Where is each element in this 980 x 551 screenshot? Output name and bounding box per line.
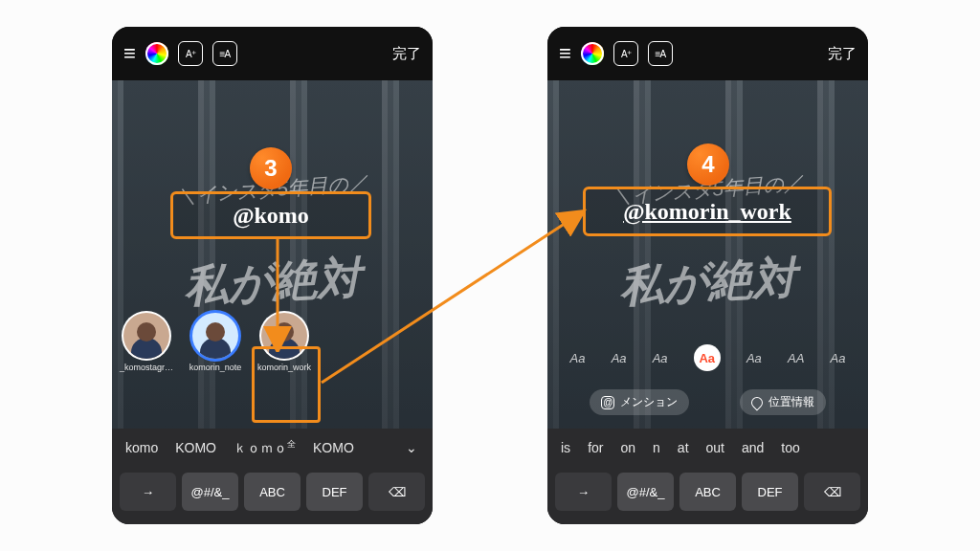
phone-step3: ≡ A⁺ ≡A 完了 ＼インスタ5年目の／ 私が絶対 _komostagr… k… bbox=[112, 27, 433, 524]
prediction[interactable]: too bbox=[773, 440, 807, 455]
key-abc[interactable]: ABC bbox=[679, 473, 736, 511]
done-button[interactable]: 完了 bbox=[828, 45, 857, 63]
annotation-highlight-mention-result: @komorin_work bbox=[583, 187, 832, 236]
prediction[interactable]: n bbox=[645, 440, 668, 455]
at-icon: @ bbox=[601, 396, 614, 409]
color-picker-icon[interactable] bbox=[145, 42, 168, 65]
tag-button-row: @ メンション 位置情報 bbox=[547, 389, 868, 415]
font-style-row: Aa Aa Aa Aa Aa AA Aa bbox=[547, 344, 868, 371]
prediction[interactable]: KOMO bbox=[305, 440, 362, 455]
done-button[interactable]: 完了 bbox=[392, 45, 421, 63]
location-button[interactable]: 位置情報 bbox=[740, 389, 826, 415]
pin-icon bbox=[748, 394, 765, 410]
mention-username: komorin_note bbox=[189, 363, 242, 372]
prediction-row: is for on n at out and too bbox=[547, 429, 868, 467]
font-option[interactable]: AA bbox=[788, 351, 804, 365]
mention-username: _komostagr… bbox=[120, 363, 173, 372]
prediction[interactable]: out bbox=[699, 440, 732, 455]
prediction[interactable]: ｋｏｍｏ全 bbox=[226, 438, 303, 457]
location-label: 位置情報 bbox=[768, 394, 814, 410]
font-option[interactable]: Aa bbox=[653, 351, 668, 365]
key-next[interactable]: → bbox=[120, 473, 176, 511]
step-badge-4: 4 bbox=[687, 143, 729, 186]
mention-label: メンション bbox=[620, 394, 678, 410]
align-icon[interactable]: ≡ bbox=[123, 43, 136, 64]
prediction[interactable]: on bbox=[612, 440, 643, 455]
key-symbols[interactable]: @#/&_ bbox=[617, 473, 674, 511]
step-badge-3: 3 bbox=[250, 147, 292, 189]
chevron-down-icon[interactable]: ⌄ bbox=[396, 440, 427, 455]
mention-button[interactable]: @ メンション bbox=[590, 389, 689, 415]
font-option[interactable]: Aa bbox=[612, 351, 627, 365]
story-text-toolbar: ≡ A⁺ ≡A 完了 bbox=[547, 27, 868, 80]
prediction[interactable]: at bbox=[670, 440, 697, 455]
color-picker-icon[interactable] bbox=[581, 42, 604, 65]
key-symbols[interactable]: @#/&_ bbox=[182, 473, 238, 511]
avatar-icon bbox=[123, 313, 169, 359]
font-option-active[interactable]: Aa bbox=[694, 344, 721, 371]
prediction[interactable]: and bbox=[734, 440, 771, 455]
key-abc[interactable]: ABC bbox=[244, 473, 301, 511]
mention-suggestion[interactable]: komorin_note bbox=[181, 313, 250, 372]
prediction[interactable]: is bbox=[553, 440, 578, 455]
key-def[interactable]: DEF bbox=[742, 473, 798, 511]
key-next[interactable]: → bbox=[555, 473, 612, 511]
key-backspace[interactable]: ⌫ bbox=[368, 473, 425, 511]
story-canvas[interactable]: ＼インスタ5年目の／ 私が絶対 Aa Aa Aa Aa Aa AA Aa @ メ… bbox=[547, 80, 868, 429]
key-backspace[interactable]: ⌫ bbox=[804, 473, 860, 511]
prediction-row: komo KOMO ｋｏｍｏ全 KOMO ⌄ bbox=[112, 429, 433, 467]
font-option[interactable]: Aa bbox=[830, 351, 845, 365]
font-effect-icon[interactable]: A⁺ bbox=[613, 41, 638, 66]
mention-suggestion[interactable]: _komostagr… bbox=[112, 313, 181, 372]
annotation-highlight-selected-user bbox=[252, 346, 321, 423]
keyboard: is for on n at out and too → @#/&_ ABC D… bbox=[547, 429, 868, 524]
font-bg-icon[interactable]: ≡A bbox=[212, 41, 237, 66]
key-def[interactable]: DEF bbox=[306, 473, 363, 511]
keyboard: komo KOMO ｋｏｍｏ全 KOMO ⌄ → @#/&_ ABC DEF ⌫ bbox=[112, 429, 433, 524]
phone-step4: ≡ A⁺ ≡A 完了 ＼インスタ5年目の／ 私が絶対 Aa Aa Aa Aa A… bbox=[547, 27, 868, 524]
annotation-highlight-mention-input: @komo bbox=[170, 191, 371, 239]
avatar-icon bbox=[192, 313, 238, 359]
font-bg-icon[interactable]: ≡A bbox=[648, 41, 673, 66]
prediction[interactable]: for bbox=[580, 440, 611, 455]
story-text-toolbar: ≡ A⁺ ≡A 完了 bbox=[112, 27, 433, 80]
font-option[interactable]: Aa bbox=[746, 351, 762, 365]
align-icon[interactable]: ≡ bbox=[559, 43, 571, 64]
font-effect-icon[interactable]: A⁺ bbox=[178, 41, 203, 66]
prediction[interactable]: komo bbox=[118, 440, 166, 455]
prediction[interactable]: KOMO bbox=[167, 440, 224, 455]
font-option[interactable]: Aa bbox=[570, 351, 586, 365]
